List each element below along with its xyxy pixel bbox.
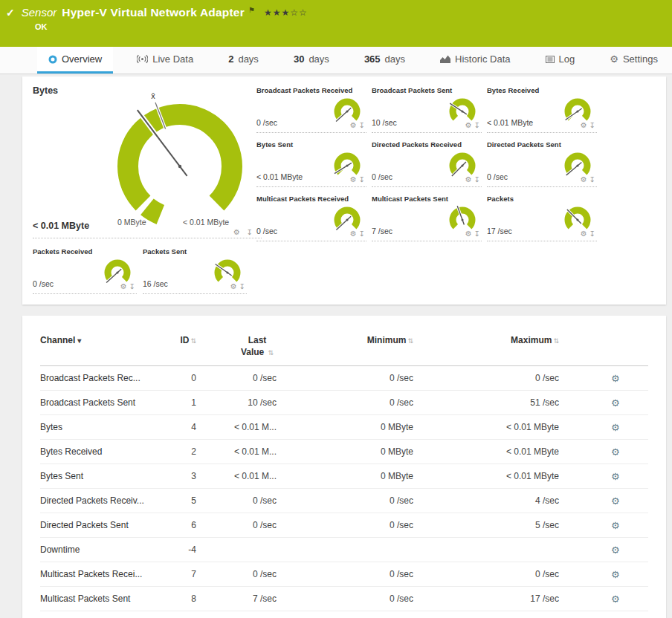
pin-icon[interactable]: ↧	[474, 121, 480, 129]
sensor-title: Hyper-V Virtual Network Adapter	[62, 6, 245, 19]
channel-id: 2	[167, 446, 196, 457]
gauge-settings-icon[interactable]: ⚙	[230, 282, 237, 290]
channel-last-value: 0 /sec	[196, 373, 277, 383]
pin-icon[interactable]: ↧	[474, 230, 480, 238]
table-row: Bytes Received2< 0.01 M...0 MByte< 0.01 …	[40, 440, 648, 464]
table-row: Bytes Sent3< 0.01 M...0 MByte< 0.01 MByt…	[40, 464, 648, 489]
channel-maximum: 0 /sec	[413, 373, 559, 383]
sort-desc-icon: ▾	[77, 336, 81, 345]
channel-name: Multicast Packets Recei...	[40, 569, 167, 579]
pin-icon[interactable]: ↧	[239, 282, 245, 290]
pin-icon[interactable]: ↧	[246, 228, 252, 236]
channel-name: Bytes Sent	[40, 471, 167, 481]
channel-id: 8	[167, 593, 196, 604]
pin-icon[interactable]: ↧	[589, 121, 595, 129]
svg-text:x̄: x̄	[151, 91, 155, 100]
column-header-last-value[interactable]: Last Value ⇅	[196, 335, 277, 358]
tab-365-days[interactable]: 365days	[353, 47, 416, 74]
pin-icon[interactable]: ↧	[589, 230, 595, 238]
pin-icon[interactable]: ↧	[589, 175, 595, 183]
gauge-value: 0 /sec	[256, 227, 277, 235]
channel-name: Broadcast Packets Rec...	[40, 373, 167, 383]
gauge-value: 10 /sec	[372, 118, 397, 127]
channel-last-value: < 0.01 M...	[196, 471, 277, 481]
gauge-settings-icon[interactable]: ⚙	[465, 230, 472, 238]
gauge-packets-received: Packets Received0 /sec⚙↧	[33, 248, 137, 294]
gauge-packets: Packets17 /sec⚙↧	[487, 195, 597, 241]
channel-settings-icon[interactable]: ⚙	[611, 544, 620, 556]
pin-icon[interactable]: ↧	[474, 175, 480, 183]
channel-last-value: 0 /sec	[196, 569, 277, 579]
pin-icon[interactable]: ↧	[359, 230, 365, 238]
gauge-value: 0 /sec	[372, 172, 392, 181]
tab-historic-data[interactable]: Historic Data	[429, 47, 521, 74]
gauge-value: 0 /sec	[256, 118, 277, 127]
tab-label: days	[238, 53, 258, 65]
column-header-maximum[interactable]: Maximum⇅	[413, 335, 559, 345]
sort-icon: ⇅	[190, 337, 196, 345]
gauge-label: Bytes Sent	[256, 141, 293, 149]
channel-settings-icon[interactable]: ⚙	[611, 446, 620, 458]
column-header-id[interactable]: ID⇅	[167, 335, 196, 345]
gauge-value: 7 /sec	[372, 227, 392, 235]
gauge-settings-icon[interactable]: ⚙	[581, 121, 587, 129]
tab-overview[interactable]: Overview	[37, 47, 113, 74]
tab-label: days	[308, 53, 329, 65]
gauge-packets-sent: Packets Sent16 /sec⚙↧	[143, 248, 247, 294]
gauge-settings-icon[interactable]: ⚙	[581, 230, 587, 238]
channel-maximum: 0 /sec	[413, 569, 559, 579]
table-row: Broadcast Packets Rec...00 /sec0 /sec0 /…	[40, 366, 648, 391]
channel-minimum: 0 MByte	[277, 422, 413, 432]
pin-icon[interactable]: ↧	[129, 282, 135, 290]
gauge-settings-icon[interactable]: ⚙	[120, 282, 127, 290]
tab-label: Overview	[62, 53, 102, 65]
gauge-multicast-packets-sent: Multicast Packets Sent7 /sec⚙↧	[372, 195, 482, 241]
tab-30-days[interactable]: 30days	[282, 47, 340, 74]
historic-data-icon	[440, 55, 450, 63]
channel-settings-icon[interactable]: ⚙	[611, 520, 620, 531]
gauge-label: Packets Received	[33, 248, 92, 256]
gauge-settings-icon[interactable]: ⚙	[233, 228, 240, 236]
gauge-settings-icon[interactable]: ⚙	[350, 121, 357, 129]
channel-settings-icon[interactable]: ⚙	[611, 495, 620, 507]
gauge-label: Bytes Received	[487, 87, 539, 95]
channel-settings-icon[interactable]: ⚙	[611, 593, 620, 605]
channel-last-value: 0 /sec	[196, 520, 277, 530]
gauge-settings-icon[interactable]: ⚙	[350, 175, 357, 183]
channel-id: 7	[167, 569, 196, 579]
channel-maximum: 4 /sec	[413, 495, 559, 506]
channel-settings-icon[interactable]: ⚙	[611, 422, 620, 433]
priority-stars[interactable]: ★★★☆☆	[264, 7, 308, 18]
channel-name: Downtime	[40, 544, 167, 555]
pin-icon[interactable]: ↧	[359, 175, 365, 183]
channel-last-value: < 0.01 M...	[196, 446, 277, 457]
gauge-label: Packets	[487, 195, 514, 204]
gauge-bytes-received: Bytes Received< 0.01 MByte⚙↧	[487, 87, 597, 133]
tab-settings[interactable]: ⚙Settings	[598, 47, 669, 74]
gauge-actions: ⚙↧	[348, 117, 365, 131]
channel-settings-icon[interactable]: ⚙	[611, 471, 620, 482]
tab-live-data[interactable]: Live Data	[126, 47, 204, 74]
column-header-channel[interactable]: Channel▾	[40, 335, 167, 345]
gauge-settings-icon[interactable]: ⚙	[465, 121, 472, 129]
table-row: Bytes4< 0.01 M...0 MByte< 0.01 MByte⚙	[40, 415, 648, 440]
channel-settings-icon[interactable]: ⚙	[611, 569, 620, 580]
tab-bar: OverviewLive Data2days30days365daysHisto…	[0, 47, 672, 74]
column-header-minimum[interactable]: Minimum⇅	[277, 335, 413, 345]
flag-icon[interactable]: ⚑	[248, 6, 255, 14]
channel-name: Bytes Received	[40, 446, 167, 457]
pin-icon[interactable]: ↧	[359, 121, 365, 129]
gauge-settings-icon[interactable]: ⚙	[465, 175, 472, 183]
channel-name: Directed Packets Sent	[40, 520, 167, 530]
channel-minimum: 0 /sec	[277, 373, 413, 383]
gauge-value: < 0.01 MByte	[487, 118, 533, 127]
tab-2-days[interactable]: 2days	[217, 47, 270, 74]
sensor-header: ✓ Sensor Hyper-V Virtual Network Adapter…	[0, 0, 672, 47]
channel-settings-icon[interactable]: ⚙	[611, 373, 620, 384]
table-row: Downtime-4⚙	[40, 538, 648, 562]
gauge-settings-icon[interactable]: ⚙	[581, 175, 587, 183]
tab-number: 365	[364, 53, 381, 65]
gauge-settings-icon[interactable]: ⚙	[350, 230, 357, 238]
channel-settings-icon[interactable]: ⚙	[611, 397, 620, 409]
tab-log[interactable]: Log	[534, 47, 587, 74]
